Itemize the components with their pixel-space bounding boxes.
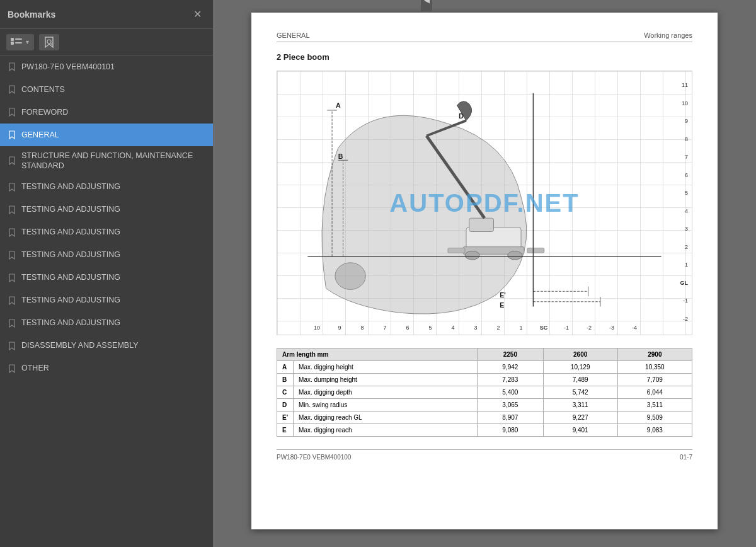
svg-rect-1 xyxy=(15,38,22,40)
y-label-8: 8 xyxy=(680,130,689,149)
bookmark-marker-icon xyxy=(8,250,16,261)
sidebar-item-item-testing5[interactable]: TESTING AND ADJUSTING xyxy=(0,267,213,289)
bookmark-marker-icon xyxy=(8,129,16,141)
x-label-n2: -2 xyxy=(578,325,600,331)
row-label: Max. dumping height xyxy=(294,374,478,386)
row-v1: 9,080 xyxy=(478,424,543,437)
bookmark-marker-icon xyxy=(8,363,16,374)
row-v1: 9,942 xyxy=(478,361,543,374)
row-label: Max. digging height xyxy=(294,361,478,374)
x-label-2: 2 xyxy=(487,325,510,331)
y-axis-labels: 11 10 9 8 7 6 5 4 3 2 1 GL -1 -2 -3 -4 -… xyxy=(680,76,689,335)
sidebar-item-label: FOREWORD xyxy=(21,107,207,117)
sidebar-item-item-foreword[interactable]: FOREWORD xyxy=(0,101,213,124)
row-v1: 7,283 xyxy=(478,374,543,386)
close-button[interactable]: ✕ xyxy=(190,7,205,21)
y-label-4: 4 xyxy=(680,202,689,221)
page-footer: PW180-7E0 VEBM400100 01-7 xyxy=(277,449,692,461)
y-label-n1: -1 xyxy=(680,292,689,310)
svg-rect-12 xyxy=(448,248,465,253)
sidebar-item-label: GENERAL xyxy=(21,130,207,140)
row-letter: D xyxy=(277,399,294,412)
sidebar-item-item-contents[interactable]: CONTENTS xyxy=(0,78,213,101)
sidebar-item-item-general[interactable]: GENERAL xyxy=(0,124,213,146)
row-v2: 5,742 xyxy=(543,386,617,399)
sidebar-item-item-other[interactable]: OTHER xyxy=(0,357,213,380)
table-row: C Max. digging depth 5,400 5,742 6,044 xyxy=(277,386,692,399)
footer-right: 01-7 xyxy=(680,454,692,461)
row-v3: 9,509 xyxy=(617,412,692,424)
x-label-n4: -4 xyxy=(623,325,646,331)
bookmark-marker-icon xyxy=(8,204,16,216)
svg-point-10 xyxy=(465,251,479,260)
bookmark-search-button[interactable] xyxy=(39,34,59,50)
sidebar-item-item-testing3[interactable]: TESTING AND ADJUSTING xyxy=(0,221,213,244)
x-label-8: 8 xyxy=(351,325,374,331)
row-v2: 10,129 xyxy=(543,361,617,374)
sidebar-item-item-testing7[interactable]: TESTING AND ADJUSTING xyxy=(0,312,213,335)
row-v1: 5,400 xyxy=(478,386,543,399)
sidebar-item-label: TESTING AND ADJUSTING xyxy=(21,250,207,260)
row-v2: 3,311 xyxy=(543,399,617,412)
sidebar-title: Bookmarks xyxy=(8,9,55,20)
sidebar-item-item-structure[interactable]: STRUCTURE AND FUNCTION, MAINTENANCE STAN… xyxy=(0,146,213,176)
sidebar-item-label: PW180-7E0 VEBM400101 xyxy=(21,62,207,72)
y-label-11: 11 xyxy=(680,76,689,95)
row-letter: C xyxy=(277,386,294,399)
x-label-9: 9 xyxy=(328,325,351,331)
x-label-sc: SC xyxy=(532,325,555,331)
bookmark-icon xyxy=(43,36,55,49)
y-label-gl: GL xyxy=(680,274,689,292)
x-label-1: 1 xyxy=(510,325,532,331)
sidebar-item-item-testing6[interactable]: TESTING AND ADJUSTING xyxy=(0,289,213,312)
y-label-7: 7 xyxy=(680,148,689,166)
collapse-sidebar-button[interactable]: ◀ xyxy=(421,0,432,11)
footer-left: PW180-7E0 VEBM400100 xyxy=(277,454,351,461)
view-options-button[interactable]: ▼ xyxy=(6,34,34,50)
bookmark-marker-icon xyxy=(8,155,16,166)
svg-text:D: D xyxy=(459,112,464,120)
svg-text:A: A xyxy=(336,101,341,109)
sidebar-item-label: DISASSEMBLY AND ASSEMBLY xyxy=(21,340,207,350)
bookmark-marker-icon xyxy=(8,295,16,306)
table-header-2250: 2250 xyxy=(478,348,543,361)
table-header-arm: Arm length mm xyxy=(277,348,478,361)
sidebar-item-item-pw180[interactable]: PW180-7E0 VEBM400101 xyxy=(0,55,213,78)
sidebar-item-item-testing1[interactable]: TESTING AND ADJUSTING xyxy=(0,176,213,199)
x-label-7: 7 xyxy=(374,325,396,331)
sidebar-item-label: CONTENTS xyxy=(21,84,207,95)
sidebar-item-item-testing4[interactable]: TESTING AND ADJUSTING xyxy=(0,244,213,267)
svg-point-6 xyxy=(335,263,365,290)
bookmark-marker-icon xyxy=(8,107,16,118)
bookmark-list: PW180-7E0 VEBM400101CONTENTSFOREWORDGENE… xyxy=(0,55,213,547)
section-title: 2 Piece boom xyxy=(277,52,692,62)
x-axis-labels: 10 9 8 7 6 5 4 3 2 1 SC -1 -2 -3 -4 xyxy=(277,325,674,331)
page-container: GENERAL Working ranges 2 Piece boom xyxy=(251,13,718,529)
sidebar-item-item-testing2[interactable]: TESTING AND ADJUSTING xyxy=(0,199,213,221)
bookmark-marker-icon xyxy=(8,61,16,72)
table-header-2900: 2900 xyxy=(617,348,692,361)
row-letter: E xyxy=(277,424,294,437)
row-v2: 9,401 xyxy=(543,424,617,437)
svg-rect-2 xyxy=(11,42,14,45)
svg-text:E: E xyxy=(500,301,504,309)
y-label-3: 3 xyxy=(680,220,689,238)
diagram-area: A B D E' E 11 10 9 8 xyxy=(277,71,692,335)
x-label-10: 10 xyxy=(306,325,328,331)
bookmark-marker-icon xyxy=(8,227,16,238)
table-row: A Max. digging height 9,942 10,129 10,35… xyxy=(277,361,692,374)
row-label: Max. digging depth xyxy=(294,386,478,399)
specs-table: Arm length mm 2250 2600 2900 A Max. digg… xyxy=(277,348,692,437)
bookmark-marker-icon xyxy=(8,84,16,95)
sidebar-item-label: TESTING AND ADJUSTING xyxy=(21,181,207,192)
svg-point-11 xyxy=(508,251,522,260)
svg-rect-8 xyxy=(469,218,494,231)
sidebar-item-item-disassembly[interactable]: DISASSEMBLY AND ASSEMBLY xyxy=(0,335,213,357)
table-row: E' Max. digging reach GL 8,907 9,227 9,5… xyxy=(277,412,692,424)
row-v3: 3,511 xyxy=(617,399,692,412)
row-v2: 9,227 xyxy=(543,412,617,424)
row-v3: 6,044 xyxy=(617,386,692,399)
row-label: Min. swing radius xyxy=(294,399,478,412)
row-v1: 8,907 xyxy=(478,412,543,424)
bookmark-marker-icon xyxy=(8,318,16,329)
